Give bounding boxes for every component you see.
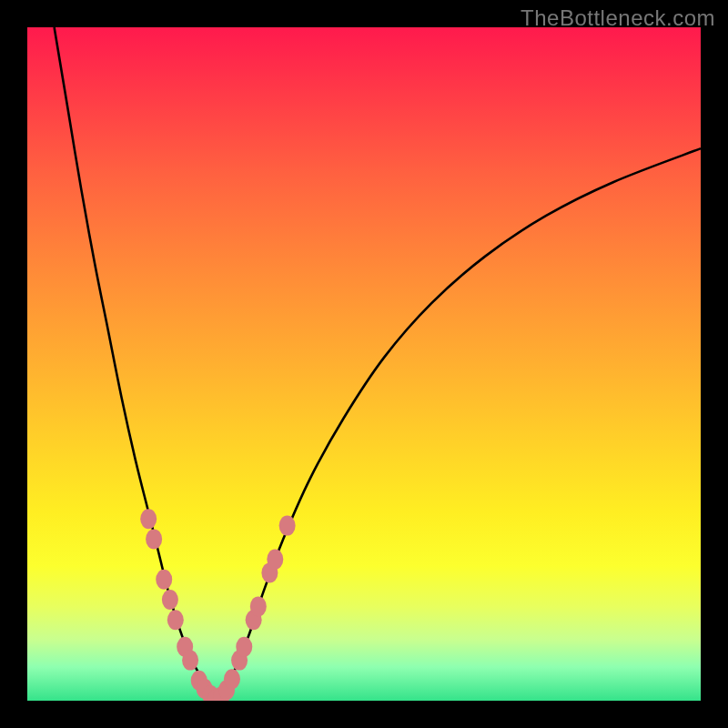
threshold-bead [267, 550, 283, 570]
threshold-bead [146, 529, 162, 549]
threshold-bead [236, 637, 252, 657]
chart-frame: TheBottleneck.com [0, 0, 728, 728]
threshold-bead [162, 590, 178, 610]
curve-right-branch [216, 148, 701, 701]
curve-left-branch [55, 27, 217, 701]
plot-area [27, 27, 701, 701]
threshold-bead [156, 570, 172, 590]
threshold-bead-group [140, 509, 295, 701]
threshold-bead [224, 669, 240, 689]
bottleneck-curve-chart [27, 27, 701, 701]
threshold-bead [167, 610, 184, 630]
threshold-bead [182, 651, 198, 671]
threshold-bead [250, 596, 267, 616]
threshold-bead [279, 516, 296, 536]
threshold-bead [140, 509, 157, 529]
watermark-text: TheBottleneck.com [521, 5, 715, 31]
